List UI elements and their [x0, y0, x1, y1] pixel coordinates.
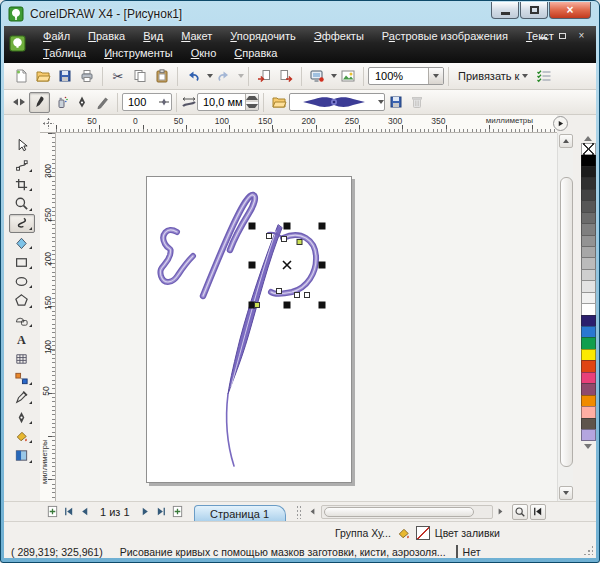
zoom-fit-button[interactable]: [512, 504, 528, 520]
spin-down[interactable]: [246, 102, 258, 110]
shape-tool[interactable]: [9, 155, 35, 174]
paste-button[interactable]: [151, 65, 173, 87]
artistic-media-tool[interactable]: [9, 214, 35, 233]
title-bar[interactable]: CorelDRAW X4 - [Рисунок1] ×: [1, 1, 599, 26]
export-button[interactable]: [275, 65, 297, 87]
text-tool[interactable]: A: [9, 330, 35, 349]
artwork[interactable]: [56, 133, 557, 501]
no-color-swatch[interactable]: [581, 143, 596, 155]
scroll-down-button[interactable]: [559, 486, 573, 500]
flyout-button[interactable]: [553, 116, 568, 131]
open-button[interactable]: [32, 65, 54, 87]
menu-справка[interactable]: Справка: [225, 45, 286, 61]
options-button[interactable]: [533, 65, 555, 87]
snap-to-button[interactable]: Привязать к: [453, 68, 533, 84]
doc-close-button[interactable]: ×: [575, 30, 588, 41]
menu-файл[interactable]: Файл: [34, 28, 79, 44]
scroll-left-button[interactable]: [305, 504, 321, 520]
palette-down-button[interactable]: [584, 444, 592, 449]
pane-splitter[interactable]: [296, 505, 301, 519]
pressure-mode-button[interactable]: [92, 92, 113, 113]
delete-stroke-button[interactable]: [406, 92, 427, 113]
basic-shapes-tool[interactable]: [9, 311, 35, 330]
copy-button[interactable]: [129, 65, 151, 87]
spin-up[interactable]: [246, 94, 258, 102]
browse-button[interactable]: [268, 92, 289, 113]
smoothing-field[interactable]: 100: [122, 93, 172, 111]
interactive-fill-tool[interactable]: [9, 446, 35, 465]
palette-up-button[interactable]: [584, 136, 592, 141]
first-page-button[interactable]: [60, 504, 76, 520]
last-page-button[interactable]: [154, 504, 170, 520]
pick-tool[interactable]: [9, 136, 35, 155]
menu-таблица[interactable]: Таблица: [34, 45, 95, 61]
zoom-level-combo[interactable]: 100%: [368, 67, 444, 85]
menu-вид[interactable]: Вид: [134, 28, 172, 44]
minimize-button[interactable]: [491, 2, 519, 19]
prev-page-button[interactable]: [76, 504, 92, 520]
selection-center-x[interactable]: [283, 261, 291, 269]
doc-minimize-button[interactable]: [537, 30, 550, 41]
eyedropper-tool[interactable]: [9, 388, 35, 407]
outline-color-swatch[interactable]: [456, 545, 458, 558]
polygon-tool[interactable]: [9, 291, 35, 310]
menu-упорядочить[interactable]: Упорядочить: [221, 28, 304, 44]
calligraphy-mode-button[interactable]: [71, 92, 92, 113]
horizontal-scroll-thumb[interactable]: [324, 507, 474, 517]
menu-растровые-изображения[interactable]: Растровые изображения: [373, 28, 517, 44]
vertical-ruler[interactable]: 30025020015010050миллиметры: [40, 133, 56, 501]
redo-button[interactable]: [213, 65, 235, 87]
drawing-canvas[interactable]: [56, 133, 557, 501]
maximize-button[interactable]: [520, 2, 548, 19]
rectangle-tool[interactable]: [9, 252, 35, 271]
new-button[interactable]: [10, 65, 32, 87]
fill-color-swatch[interactable]: [416, 526, 430, 540]
horizontal-ruler[interactable]: 50050100150200250300350миллиметры: [56, 115, 557, 133]
next-page-button[interactable]: [138, 504, 154, 520]
menu-макет[interactable]: Макет: [172, 28, 221, 44]
scroll-up-button[interactable]: [559, 134, 573, 148]
menu-правка[interactable]: Правка: [79, 28, 134, 44]
stroke-width-spinner[interactable]: [245, 94, 258, 110]
ruler-origin-button[interactable]: [40, 115, 56, 133]
zoom-level-dropdown[interactable]: [428, 68, 443, 84]
menu-инструменты[interactable]: Инструменты: [95, 45, 182, 61]
color-swatch[interactable]: [581, 429, 596, 441]
doc-restore-button[interactable]: [556, 30, 569, 41]
scroll-right-button[interactable]: [493, 504, 509, 520]
horizontal-scrollbar[interactable]: [305, 504, 509, 520]
zoom-tool[interactable]: [9, 194, 35, 213]
print-button[interactable]: [76, 65, 98, 87]
sprayer-mode-button[interactable]: [50, 92, 71, 113]
preset-mode-button[interactable]: [8, 92, 29, 113]
save-stroke-button[interactable]: [385, 92, 406, 113]
stroke-preview-combo[interactable]: [289, 93, 385, 111]
stroke-width-field[interactable]: 10,0 мм: [197, 93, 259, 111]
navigator-button[interactable]: [530, 504, 546, 520]
crop-tool[interactable]: [9, 175, 35, 194]
undo-button[interactable]: [182, 65, 204, 87]
add-page-button[interactable]: [44, 504, 60, 520]
add-page-after-button[interactable]: [170, 504, 186, 520]
vertical-scroll-thumb[interactable]: [560, 177, 573, 467]
page-tab[interactable]: Страница 1: [194, 505, 286, 522]
fill-tool[interactable]: [9, 427, 35, 446]
welcome-screen-button[interactable]: [337, 65, 359, 87]
cut-button[interactable]: ✂: [107, 65, 129, 87]
horizontal-scroll-track[interactable]: [321, 505, 493, 519]
redo-dropdown[interactable]: [238, 74, 244, 78]
vertical-scrollbar[interactable]: [557, 133, 573, 501]
stroke-preview-dropdown[interactable]: [378, 100, 384, 104]
close-button[interactable]: ×: [549, 2, 591, 19]
app-launcher-button[interactable]: [306, 65, 328, 87]
import-button[interactable]: [253, 65, 275, 87]
table-tool[interactable]: [9, 349, 35, 368]
menu-окно[interactable]: Окно: [182, 45, 226, 61]
brush-mode-button[interactable]: [29, 92, 50, 113]
smart-fill-tool[interactable]: [9, 233, 35, 252]
blend-tool[interactable]: [9, 369, 35, 388]
ellipse-tool[interactable]: [9, 272, 35, 291]
save-button[interactable]: [54, 65, 76, 87]
menu-эффекты[interactable]: Эффекты: [305, 28, 373, 44]
outline-tool[interactable]: [9, 407, 35, 426]
